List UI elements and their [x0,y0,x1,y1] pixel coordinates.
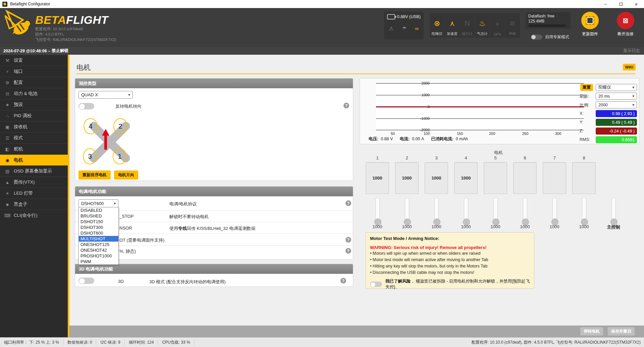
stop-motors-button[interactable]: 停转电机 [580,327,603,336]
servo-icon: ◧ [4,147,11,152]
chevron-down-icon: ▾ [128,93,130,97]
gps-icon: ⌖ [495,17,499,32]
chevron-down-icon: ▾ [114,201,116,206]
sensor-status-bar: ⊗ 陀螺仪 ⋏ 加速度 N 磁力计 ♨ 气压计 ⌖ GPS ≋ 声呐 [430,13,520,38]
expert-mode-toggle[interactable] [531,35,542,40]
maximize-button[interactable] [613,0,629,8]
help-icon[interactable]: ? [345,248,351,254]
sidebar-item-osd[interactable]: ▤OSD 屏幕叠加显示 [0,165,68,177]
reset-button[interactable]: 重置 [580,84,593,91]
motor-slider-2[interactable] [395,197,419,224]
x-tick: 100 [424,132,430,136]
sidebar-item-vtx[interactable]: ▲图传(VTX) [0,177,68,188]
sensor-baro: ♨ 气压计 [475,13,490,38]
gyro-plot [376,83,584,130]
motor-value-3: 1000 [425,224,448,229]
help-icon[interactable]: ? [345,237,351,243]
dropdown-option-brushed[interactable]: BRUSHED [79,213,118,219]
master-slider[interactable] [602,197,625,224]
motor-value-5: 1000 [484,224,507,229]
save-restart-button[interactable]: 保存并重启 [608,327,635,336]
mah-drawn-value: 0 mAh [456,137,468,141]
graph-source-select[interactable]: 陀螺仪▾ [596,84,637,91]
motor-column-7: 7 [543,155,566,194]
magic-wand-icon: ★ [4,102,11,107]
dropdown-option-oneshot42[interactable]: ONESHOT42 [79,247,118,253]
motor-circle-4: 4 [84,118,98,134]
sensor-gyro: ⊗ 陀螺仪 [430,13,444,38]
forward-direction-arrow [102,129,109,150]
dropdown-option-oneshot125[interactable]: ONESHOT125 [79,242,118,247]
notice-title: Motor Test Mode / Arming Notice: [370,236,530,241]
motor-bar-1: 1000 [366,162,389,194]
plug-icon: ⚡ [4,69,11,74]
dropdown-option-proshot1000[interactable]: PROSHOT1000 [79,253,118,259]
sidebar-item-led-strip[interactable]: ☀LED 灯带 [0,188,68,199]
sidebar-item-cli[interactable]: ⌨CLI(命令行) [0,210,68,221]
motor-slider-4[interactable] [454,197,478,224]
sidebar-item-modes[interactable]: ☰模式 [0,132,68,143]
gyro-graph-panel: 2000 1000 0 -1000 -2000 50 100 150 200 2… [360,78,639,144]
motor-bar-8 [572,162,596,194]
sidebar-item-servos[interactable]: ◧舵机 [0,143,68,154]
minimize-button[interactable]: ─ [598,0,613,8]
motor-slider-6[interactable] [513,197,537,224]
reorder-motors-button[interactable]: 重新排序电机 [78,170,111,180]
sidebar-item-configuration[interactable]: ⚙配置 [0,77,68,88]
sidebar-item-presets[interactable]: ★预设 [0,99,68,110]
motor-value-7: 1000 [543,224,566,229]
betaflight-wordmark: BETAFLIGHT [35,14,116,26]
failsafe-parachute-icon: ☂ [402,26,407,32]
gyro-z-badge: -0.24 ( -0.49 ) [596,128,637,135]
sensor-sonar: ≋ 声呐 [505,13,520,38]
motor-value-8: 1000 [572,224,596,229]
wiki-button[interactable]: WIKI [623,64,636,70]
motor-slider-5[interactable] [484,197,507,224]
close-button[interactable]: × [629,0,644,8]
sidebar-item-receiver[interactable]: ▣接收机 [0,121,68,132]
update-firmware-button[interactable]: 更新固件 [578,12,602,37]
dropdown-option-multishot[interactable]: MULTISHOT [79,236,118,242]
sidebar-item-blackbox[interactable]: ■黑盒子 [0,199,68,210]
threed-name: 3D [118,279,124,284]
packet-errors: 数据包错误: 0 [63,340,96,345]
gear-icon: ⚙ [4,80,11,85]
refresh-select[interactable]: 20 ms▾ [596,93,637,100]
dropdown-option-disabled[interactable]: DISABLED [79,207,118,213]
x-tick: 150 [457,132,463,136]
esc-protocol-select[interactable]: DSHOT600▾ [78,199,118,207]
sidebar-item-pid-tuning[interactable]: ∴PID 调校 [0,110,68,121]
reverse-motor-toggle[interactable] [78,103,94,109]
motor-slider-1[interactable] [366,197,389,224]
dropdown-option-pwm[interactable]: PWM [79,259,118,264]
help-icon[interactable]: ? [345,200,351,206]
log-bar: 2024-07-29 @10:48:06 – 禁止解锁 显示日志 [0,47,644,55]
motor-slider-8[interactable] [572,197,596,224]
sidebar-item-ports[interactable]: ⚡端口 [0,66,68,77]
master-label: 主控制 [602,224,625,230]
motor-direction-button[interactable]: 电机方向 [114,170,138,180]
mixer-type-select[interactable]: QUAD X▾ [78,91,133,99]
motor-slider-3[interactable] [425,197,448,224]
dropdown-option-dshot300[interactable]: DSHOT300 [79,225,118,230]
help-icon[interactable]: ? [343,103,349,108]
disconnect-button[interactable]: ⊠ 断开连接 [613,12,638,37]
accelerometer-icon: ⋏ [449,17,455,32]
risk-acknowledge-toggle[interactable] [370,282,382,287]
help-icon[interactable]: ? [340,278,346,284]
notice-bullet: • Hitting any key will stop the motors, … [370,263,530,269]
scale-select[interactable]: 2000▾ [596,101,637,108]
dropdown-option-dshot150[interactable]: DSHOT150 [79,219,118,225]
threed-mode-toggle[interactable] [78,278,94,284]
motor-slider-7[interactable] [543,197,566,224]
statusbar-version-info: 配置程序: 10.10.0 (c97deaf), 固件: 4.5.0 BTFL,… [472,340,641,345]
y-tick: -1000 [416,116,430,120]
sidebar-item-power-battery[interactable]: ⊟动力 & 电池 [0,88,68,99]
motor-bar-4: 1000 [454,162,478,194]
motor-bar-7 [543,162,566,194]
sidebar-item-setup[interactable]: ⚒设置 [0,55,68,66]
show-log-link[interactable]: 显示日志 [623,48,640,54]
expert-mode-label: 启用专家模式 [545,34,569,40]
dropdown-option-dshot600[interactable]: DSHOT600 [79,230,118,236]
sidebar-item-motors[interactable]: ◉电机 [0,154,68,165]
